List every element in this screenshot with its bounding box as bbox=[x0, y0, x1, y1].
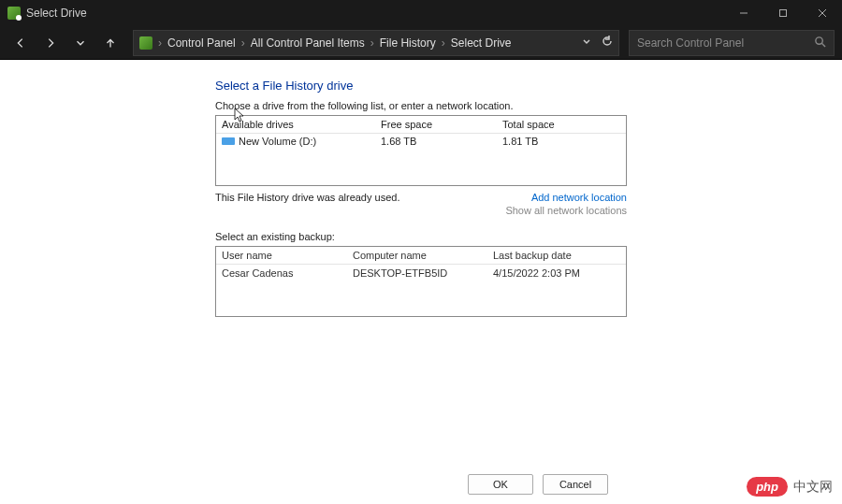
nav-row: › Control Panel › All Control Panel Item… bbox=[0, 26, 842, 60]
title-bar: Select Drive bbox=[0, 0, 842, 26]
drive-total: 1.81 TB bbox=[497, 134, 626, 149]
drive-row[interactable]: New Volume (D:) 1.68 TB 1.81 TB bbox=[216, 134, 626, 149]
backup-date: 4/15/2022 2:03 PM bbox=[487, 265, 626, 281]
col-computer: Computer name bbox=[347, 247, 487, 264]
backup-computer: DESKTOP-ETFB5ID bbox=[347, 265, 487, 281]
svg-line-5 bbox=[821, 43, 825, 47]
search-icon bbox=[814, 36, 826, 50]
col-date: Last backup date bbox=[487, 247, 626, 264]
status-message: This File History drive was already used… bbox=[215, 192, 399, 216]
backup-row[interactable]: Cesar Cadenas DESKTOP-ETFB5ID 4/15/2022 … bbox=[216, 265, 626, 281]
footer-buttons: OK Cancel bbox=[468, 474, 608, 495]
backup-user: Cesar Cadenas bbox=[216, 265, 347, 281]
instruction-text: Choose a drive from the following list, … bbox=[215, 100, 627, 111]
address-bar[interactable]: › Control Panel › All Control Panel Item… bbox=[133, 30, 619, 56]
search-placeholder: Search Control Panel bbox=[637, 36, 744, 50]
minimize-button[interactable] bbox=[724, 0, 763, 26]
window-title: Select Drive bbox=[26, 7, 87, 20]
backup-listbox[interactable]: User name Computer name Last backup date… bbox=[215, 246, 627, 317]
chevron-down-icon[interactable] bbox=[581, 36, 592, 50]
svg-rect-1 bbox=[780, 10, 787, 17]
drive-icon bbox=[222, 137, 235, 145]
forward-button[interactable] bbox=[37, 30, 64, 56]
watermark: php 中文网 bbox=[747, 477, 833, 497]
app-icon bbox=[7, 7, 21, 20]
breadcrumb[interactable]: All Control Panel Items bbox=[251, 36, 365, 50]
cancel-button[interactable]: Cancel bbox=[543, 474, 608, 495]
recent-button[interactable] bbox=[67, 30, 94, 56]
backup-label: Select an existing backup: bbox=[215, 231, 627, 242]
chevron-right-icon: › bbox=[369, 36, 376, 50]
chevron-right-icon: › bbox=[440, 36, 447, 50]
refresh-icon[interactable] bbox=[602, 36, 613, 50]
add-network-link[interactable]: Add network location bbox=[531, 192, 627, 203]
back-button[interactable] bbox=[7, 30, 34, 56]
ok-button[interactable]: OK bbox=[468, 474, 533, 495]
chevron-right-icon: › bbox=[240, 36, 247, 50]
svg-point-4 bbox=[816, 36, 822, 43]
maximize-button[interactable] bbox=[763, 0, 803, 26]
cursor-icon bbox=[234, 108, 245, 122]
window-controls bbox=[724, 0, 842, 26]
search-input[interactable]: Search Control Panel bbox=[629, 30, 835, 56]
content-area: Select a File History drive Choose a dri… bbox=[0, 60, 842, 504]
breadcrumb[interactable]: Control Panel bbox=[167, 36, 236, 50]
watermark-logo: php bbox=[747, 477, 788, 497]
location-icon bbox=[139, 36, 152, 50]
breadcrumb[interactable]: File History bbox=[380, 36, 436, 50]
col-free: Free space bbox=[375, 116, 497, 133]
col-total: Total space bbox=[497, 116, 626, 133]
backup-header: User name Computer name Last backup date bbox=[216, 247, 626, 265]
close-button[interactable] bbox=[803, 0, 842, 26]
drives-header: Available drives Free space Total space bbox=[216, 116, 626, 134]
drive-free: 1.68 TB bbox=[375, 134, 497, 149]
page-title: Select a File History drive bbox=[215, 79, 627, 93]
drive-name: New Volume (D:) bbox=[239, 136, 316, 147]
chevron-right-icon: › bbox=[156, 36, 164, 50]
breadcrumb[interactable]: Select Drive bbox=[451, 36, 512, 50]
up-button[interactable] bbox=[97, 30, 123, 56]
show-all-link[interactable]: Show all network locations bbox=[505, 205, 627, 216]
drives-listbox[interactable]: Available drives Free space Total space … bbox=[215, 115, 627, 186]
watermark-text: 中文网 bbox=[793, 479, 833, 496]
col-user: User name bbox=[216, 247, 347, 264]
